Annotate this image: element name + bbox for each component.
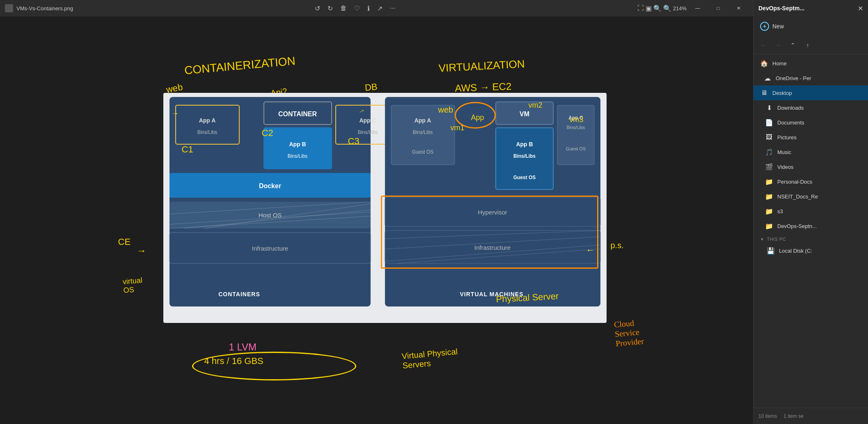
main-area: VMs-Vs-Containers.png ↺ ↻ 🗑 ♡ ℹ ↗ ··· ⛶ … — [0, 0, 753, 424]
virtualization-annotation: VIRTUALIZATION — [438, 58, 525, 75]
local-disk-icon: 💾 — [767, 247, 775, 255]
svg-text:Bins/Libs: Bins/Libs — [287, 153, 307, 159]
videos-icon: 🎬 — [765, 163, 773, 171]
zoom-level: 214% — [673, 5, 687, 12]
selected-count: 1 item se — [783, 413, 804, 419]
sidebar-item-videos[interactable]: 🎬 Videos — [753, 159, 868, 174]
new-icon: + — [760, 22, 769, 31]
diagram-container: CONTAINERIZATION web Api? DB VIRTUALIZAT… — [94, 60, 660, 380]
sidebar-item-pictures[interactable]: 🖼 Pictures — [753, 130, 868, 145]
sidebar-icon[interactable]: ▣ — [646, 5, 652, 12]
expand-this-pc-icon[interactable]: ▼ — [760, 237, 764, 242]
rotate-left-icon[interactable]: ↺ — [315, 5, 320, 12]
svg-text:Guest OS: Guest OS — [513, 175, 536, 180]
forward-button[interactable]: → — [772, 39, 785, 52]
nseit-label: NSEIT_Docs_Re — [777, 194, 861, 200]
sidebar-item-nseit[interactable]: 📁 NSEIT_Docs_Re — [753, 189, 868, 204]
sidebar-header: DevOps-Septm... ✕ — [753, 0, 868, 16]
s3-icon: 📁 — [765, 207, 773, 215]
items-count: 10 items — [758, 413, 777, 419]
window-title: VMs-Vs-Containers.png — [16, 5, 73, 12]
onedrive-label: OneDrive - Per — [776, 75, 861, 81]
desktop-icon: 🖥 — [760, 89, 768, 97]
minimize-button[interactable]: — — [688, 2, 707, 15]
this-pc-label: This PC — [767, 237, 786, 242]
svg-rect-35 — [557, 105, 594, 165]
svg-text:Guest OS: Guest OS — [566, 146, 585, 151]
cloud-service-annotation: CloudServiceProvider — [614, 318, 644, 348]
close-button[interactable]: ✕ — [729, 2, 748, 15]
svg-text:Hypervisor: Hypervisor — [478, 209, 507, 216]
virtual-os-annotation: virtualOS — [122, 276, 143, 295]
share-icon[interactable]: ↗ — [377, 5, 382, 12]
zoom-in-icon[interactable]: 🔍 — [663, 5, 671, 12]
svg-text:Infrastructure: Infrastructure — [252, 245, 288, 252]
sidebar-item-documents[interactable]: 📄 Documents — [753, 115, 868, 130]
title-bar-left: VMs-Vs-Containers.png — [5, 4, 73, 12]
containerization-annotation: CONTAINERIZATION — [184, 54, 296, 77]
sidebar-item-desktop[interactable]: 🖥 Desktop — [753, 85, 868, 100]
sidebar-item-personal-docs[interactable]: 📁 Personal-Docs — [753, 174, 868, 189]
main-diagram: CONTAINER App A Bins/Libs App B Bins/Lib… — [163, 93, 607, 323]
sidebar-title: DevOps-Septm... — [758, 5, 804, 12]
new-button[interactable]: + New — [753, 16, 868, 36]
downloads-label: Downloads — [777, 105, 861, 111]
app-icon — [5, 4, 13, 12]
svg-text:VIRTUAL MACHINES: VIRTUAL MACHINES — [460, 291, 523, 297]
sidebar-item-devops[interactable]: 📁 DevOps-Septn... — [753, 219, 868, 233]
maximize-button[interactable]: □ — [709, 2, 728, 15]
svg-text:App B: App B — [289, 141, 306, 147]
sidebar-footer: 10 items 1 item se — [753, 408, 868, 424]
documents-icon: 📄 — [765, 119, 773, 127]
personal-docs-label: Personal-Docs — [777, 179, 861, 185]
sidebar-close-button[interactable]: ✕ — [858, 5, 863, 12]
title-bar: VMs-Vs-Containers.png ↺ ↻ 🗑 ♡ ℹ ↗ ··· ⛶ … — [0, 0, 753, 16]
yellow-ellipse — [192, 352, 356, 380]
favorite-icon[interactable]: ♡ — [354, 5, 360, 12]
sidebar-item-home[interactable]: 🏠 Home — [753, 56, 868, 71]
info-icon[interactable]: ℹ — [367, 5, 370, 12]
pictures-label: Pictures — [777, 134, 861, 141]
sidebar-item-local-disk[interactable]: 💾 Local Disk (C: — [753, 243, 868, 258]
sidebar-item-s3[interactable]: 📁 s3 — [753, 204, 868, 219]
ce-annotation: CE — [118, 237, 131, 247]
this-pc-section: ▼ This PC — [753, 233, 868, 243]
sort-button[interactable]: ↑ — [801, 39, 814, 52]
documents-label: Documents — [777, 120, 861, 126]
svg-text:Bins/Libs: Bins/Libs — [566, 125, 585, 130]
svg-text:CONTAINER: CONTAINER — [278, 111, 317, 118]
local-disk-label: Local Disk (C: — [779, 248, 861, 254]
svg-text:App B: App B — [516, 141, 533, 147]
personal-docs-icon: 📁 — [765, 178, 773, 186]
svg-text:Host OS: Host OS — [258, 212, 282, 219]
sidebar-item-downloads[interactable]: ⬇ Downloads — [753, 100, 868, 115]
videos-label: Videos — [777, 164, 861, 170]
devops-label: DevOps-Septn... — [777, 223, 861, 229]
zoom-out-icon[interactable]: 🔍 — [653, 5, 662, 12]
sidebar: DevOps-Septm... ✕ + New ← → ⌃ ↑ 🏠 Home ☁… — [753, 0, 868, 424]
sidebar-items: 🏠 Home ☁ OneDrive - Per 🖥 Desktop ⬇ Down… — [753, 54, 868, 408]
sidebar-item-music[interactable]: 🎵 Music — [753, 145, 868, 159]
sidebar-item-onedrive[interactable]: ☁ OneDrive - Per — [753, 71, 868, 85]
svg-text:Docker: Docker — [259, 182, 281, 189]
ps-annotation: p.s. — [611, 241, 624, 250]
music-icon: 🎵 — [765, 148, 773, 156]
downloads-icon: ⬇ — [765, 104, 773, 112]
home-label: Home — [772, 60, 861, 67]
sidebar-nav: ← → ⌃ ↑ — [753, 36, 868, 54]
hrs-gb-annotation: 4 hrs / 16 GBS — [204, 356, 263, 366]
svg-text:Infrastructure: Infrastructure — [474, 244, 510, 251]
svg-text:App A: App A — [414, 117, 431, 124]
toolbar: ↺ ↻ 🗑 ♡ ℹ ↗ ··· — [315, 5, 395, 12]
up-button[interactable]: ⌃ — [786, 39, 799, 52]
devops-icon: 📁 — [765, 222, 773, 230]
onedrive-icon: ☁ — [763, 74, 772, 82]
rotate-right-icon[interactable]: ↻ — [328, 5, 333, 12]
back-button[interactable]: ← — [757, 39, 770, 52]
svg-text:Bins/Libs: Bins/Libs — [412, 129, 433, 135]
delete-icon[interactable]: 🗑 — [340, 5, 347, 12]
svg-text:Bins/Libs: Bins/Libs — [357, 129, 378, 135]
more-icon[interactable]: ··· — [390, 5, 395, 12]
fullscreen-icon[interactable]: ⛶ — [637, 5, 644, 12]
svg-rect-6 — [264, 128, 332, 169]
